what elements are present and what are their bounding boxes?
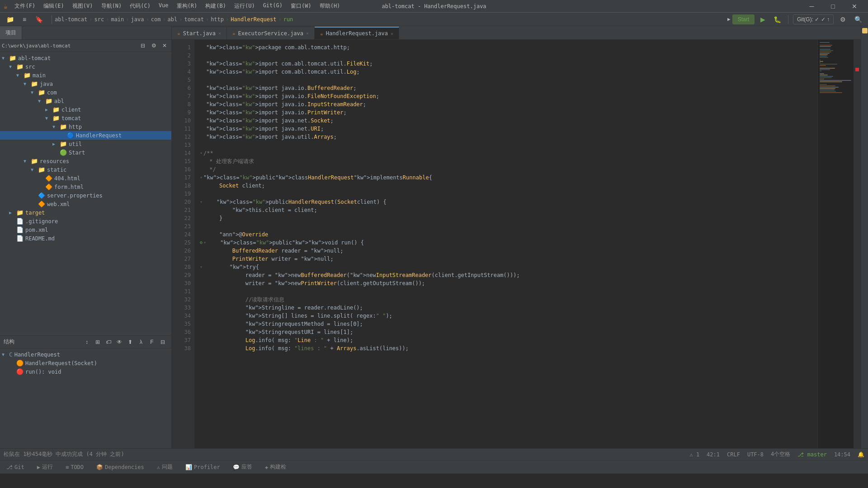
code-line-4: "kw">class="kw">import com.abl.tomcat.ut… <box>198 68 817 76</box>
filter-btn[interactable]: 🏷 <box>104 337 113 347</box>
bc-abl[interactable]: abl <box>168 16 178 23</box>
menu-window[interactable]: 窗口(W) <box>287 1 315 11</box>
structure-item-method[interactable]: ▶ 🔴 run(): void <box>0 367 171 376</box>
tree-item-start[interactable]: ▶ 🟢 Start <box>0 148 171 157</box>
bc-project[interactable]: abl-tomcat <box>55 16 87 23</box>
run-button[interactable]: ▶ <box>756 13 769 26</box>
menu-help[interactable]: 帮助(H) <box>316 1 344 11</box>
tree-item-tomcat[interactable]: ▼ 📁 tomcat <box>0 114 171 122</box>
bc-http[interactable]: http <box>211 16 224 23</box>
bottom-profiler[interactable]: 📊 Profiler <box>183 463 223 471</box>
menu-build[interactable]: 构建(B) <box>202 1 230 11</box>
bottom-response[interactable]: 💬 应答 <box>230 462 255 472</box>
sidebar-tab-project[interactable]: 项目 <box>0 26 22 39</box>
bottom-deps[interactable]: 📦 Dependencies <box>94 463 147 471</box>
bc-java[interactable]: java <box>131 16 144 23</box>
bottom-problems[interactable]: ⚠ 问题 <box>154 462 175 472</box>
git-update-btn[interactable]: Git(G): ✓ ✓ ↑ <box>793 14 834 24</box>
tree-item-static[interactable]: ▼ 📁 static <box>0 165 171 174</box>
indent[interactable]: 4个空格 <box>771 450 790 458</box>
tree-item-com[interactable]: ▼ 📁 com <box>0 88 171 97</box>
tree-label: resources <box>40 158 69 164</box>
git-branch[interactable]: ⎇ master <box>797 451 827 458</box>
tab-close-start[interactable]: ✕ <box>218 31 221 36</box>
collapse-all-btn[interactable]: ⊟ <box>138 41 148 51</box>
sort-btn[interactable]: ↕ <box>82 337 92 347</box>
tab-close-executor[interactable]: ✕ <box>306 31 309 36</box>
tree-item-http[interactable]: ▼ 📁 http <box>0 122 171 131</box>
menu-vue[interactable]: Vue <box>155 1 172 11</box>
warning-count[interactable]: ⚠ 1 <box>689 451 699 458</box>
expand-btn[interactable]: ⊞ <box>93 337 103 347</box>
project-icon-btn[interactable]: 📁 <box>4 13 16 26</box>
bottom-todo-label: TODO <box>71 464 84 470</box>
bc-tomcat[interactable]: tomcat <box>184 16 204 23</box>
menu-code[interactable]: 代码(C) <box>126 1 154 11</box>
code-line-21: "kw">this.client = client; <box>198 206 817 214</box>
settings-btn[interactable]: ⚙ <box>836 13 849 26</box>
tree-item-abl[interactable]: ▼ 📁 abl <box>0 97 171 105</box>
bc-main[interactable]: main <box>111 16 124 23</box>
tree-item-webxml[interactable]: ▶ 🔶 web.xml <box>0 200 171 208</box>
tree-item-java[interactable]: ▼ 📁 java <box>0 80 171 88</box>
position-indicator[interactable]: 42:1 <box>707 451 720 458</box>
menu-edit[interactable]: 编辑(E) <box>40 1 68 11</box>
bottom-build-check[interactable]: ✚ 构建检 <box>262 462 289 472</box>
vis-toggle[interactable]: 👁 <box>114 337 124 347</box>
run-config-button[interactable]: Start <box>732 14 755 24</box>
close-button[interactable]: ✕ <box>844 0 864 13</box>
debug-button[interactable]: 🐛 <box>771 13 783 26</box>
bc-com[interactable]: com <box>151 16 161 23</box>
search-everywhere-btn[interactable]: 🔍 <box>852 13 864 26</box>
tree-item-main[interactable]: ▼ 📁 main <box>0 71 171 80</box>
tab-start[interactable]: ☕ Start.java ✕ <box>172 27 227 39</box>
tree-item-util[interactable]: ▶ 📁 util <box>0 140 171 148</box>
bottom-todo[interactable]: ≡ TODO <box>63 463 86 471</box>
tree-item-abl-tomcat[interactable]: ▼ 📁 abl-tomcat <box>0 54 171 62</box>
encoding[interactable]: UTF-8 <box>747 451 764 458</box>
bc-src[interactable]: src <box>94 16 104 23</box>
tree-label: server.properties <box>47 192 103 199</box>
menu-refactor[interactable]: 重构(R) <box>173 1 201 11</box>
tree-item-target[interactable]: ▶ 📁 target <box>0 208 171 217</box>
menu-git[interactable]: Git(G) <box>259 1 286 11</box>
structure-item-constructor[interactable]: ▶ 🟠 HandlerRequest(Socket) <box>0 359 171 367</box>
tab-handler[interactable]: ☕ HandlerRequest.java ✕ <box>315 27 399 39</box>
tree-item-resources[interactable]: ▼ 📁 resources <box>0 157 171 165</box>
tree-item-server-props[interactable]: ▶ 🔷 server.properties <box>0 191 171 200</box>
tree-item-readme[interactable]: ▶ 📄 README.md <box>0 234 171 243</box>
maximize-button[interactable]: □ <box>823 0 843 13</box>
bookmark-btn[interactable]: 🔖 <box>33 13 45 26</box>
code-area[interactable]: "kw">class="kw">package com.abl.tomcat.h… <box>194 40 817 448</box>
bc-method[interactable]: run <box>283 16 293 23</box>
menu-nav[interactable]: 导航(N) <box>98 1 126 11</box>
menu-view[interactable]: 视图(V) <box>69 1 97 11</box>
sidebar-close-btn[interactable]: ✕ <box>160 41 170 51</box>
structure-item-class[interactable]: ▼ C HandlerRequest <box>0 350 171 359</box>
tree-item-handler-request[interactable]: ▶ 🔵 HandlerRequest <box>0 131 171 140</box>
bottom-run[interactable]: ▶ 运行 <box>34 462 56 472</box>
tab-close-handler[interactable]: ✕ <box>391 31 393 36</box>
tabs-bar: ☕ Start.java ✕ ☕ ExecutorService.java ✕ … <box>172 26 861 40</box>
bottom-git[interactable]: ⎇ Git <box>4 463 27 471</box>
tree-item-404[interactable]: ▶ 🔶 404.html <box>0 174 171 183</box>
tree-item-pom[interactable]: ▶ 📄 pom.xml <box>0 225 171 234</box>
tree-item-client[interactable]: ▶ 📁 client <box>0 105 171 114</box>
tree-item-src[interactable]: ▼ 📁 src <box>0 62 171 71</box>
minimize-button[interactable]: ─ <box>802 0 822 13</box>
notifications-bell[interactable]: 🔔 <box>858 451 864 458</box>
tree-item-form[interactable]: ▶ 🔶 form.html <box>0 183 171 191</box>
anon-btn[interactable]: λ <box>136 337 146 347</box>
line-ending[interactable]: CRLF <box>727 451 740 458</box>
structure-btn[interactable]: ≡ <box>18 13 31 26</box>
fields-btn[interactable]: F <box>147 337 157 347</box>
tab-executor[interactable]: ☕ ExecutorService.java ✕ <box>227 27 315 39</box>
inherit-btn[interactable]: ⬆ <box>125 337 135 347</box>
bc-class[interactable]: HandlerRequest <box>231 16 276 23</box>
menu-file[interactable]: 文件(F) <box>11 1 39 11</box>
group-btn[interactable]: ⊟ <box>158 337 168 347</box>
menu-run[interactable]: 运行(U) <box>231 1 259 11</box>
tree-label: http <box>69 124 82 130</box>
tree-item-gitignore[interactable]: ▶ 📄 .gitignore <box>0 217 171 225</box>
sidebar-settings-btn[interactable]: ⚙ <box>149 41 159 51</box>
